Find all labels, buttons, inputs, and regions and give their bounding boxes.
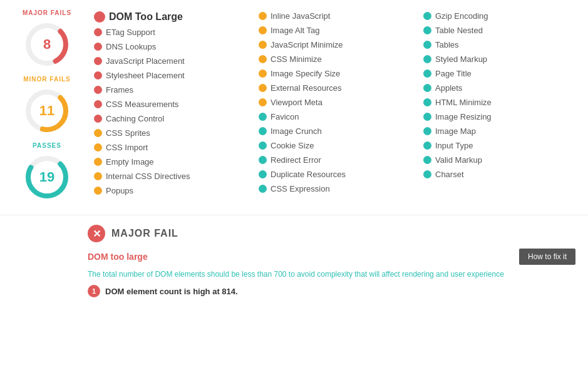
items-col-2: Inline JavaScriptImage Alt TagJavaScript…	[252, 9, 417, 202]
how-to-fix-button[interactable]: How to fix it	[519, 249, 575, 265]
list-item: Image Crunch	[259, 125, 411, 138]
fail-detail-number: 1	[88, 285, 100, 297]
red-dot	[94, 11, 105, 23]
red-dot	[94, 100, 102, 108]
teal-dot	[423, 98, 431, 106]
list-item: JavaScript Placement	[94, 54, 246, 68]
list-item: Styled Markup	[423, 53, 575, 66]
list-item: Page Title	[423, 67, 575, 80]
item-label: Tables	[435, 40, 459, 49]
list-item: Tables	[423, 38, 575, 51]
list-item: Redirect Error	[259, 153, 411, 167]
list-item: Applets	[423, 81, 575, 95]
item-label: Gzip Encoding	[435, 11, 488, 21]
orange-dot	[259, 26, 267, 34]
major-fail-title: MAJOR FAIL	[111, 228, 178, 239]
minor-fails-label: MINOR FAILS	[23, 76, 70, 83]
list-item: Favicon	[259, 110, 411, 123]
teal-dot	[423, 170, 431, 178]
list-item: Image Resizing	[423, 110, 575, 123]
items-col-3: Gzip EncodingTable NestedTablesStyled Ma…	[417, 9, 582, 202]
item-label: Redirect Error	[271, 155, 321, 165]
list-item: ETag Support	[94, 26, 246, 39]
teal-dot	[423, 84, 431, 92]
orange-dot	[259, 12, 267, 20]
list-item: Popups	[94, 184, 246, 197]
item-label: Duplicate Resources	[271, 170, 346, 179]
red-dot	[94, 43, 102, 51]
passes-number: 19	[39, 169, 54, 185]
red-dot	[94, 86, 102, 94]
list-item: Caching Control	[94, 112, 246, 125]
teal-dot	[423, 12, 431, 20]
teal-dot	[259, 113, 267, 121]
list-item: External Resources	[259, 81, 411, 95]
teal-dot	[423, 41, 431, 49]
list-item: Input Type	[423, 139, 575, 152]
item-label: JavaScript Placement	[106, 56, 185, 66]
red-dot	[94, 71, 102, 80]
orange-dot	[259, 41, 267, 49]
list-item: Cookie Size	[259, 139, 411, 152]
list-item: Valid Markup	[423, 153, 575, 167]
item-label: Image Specify Size	[271, 69, 340, 78]
orange-dot	[94, 143, 102, 152]
list-item: Image Specify Size	[259, 67, 411, 80]
item-label: DNS Lookups	[106, 42, 156, 51]
item-label: CSS Sprites	[106, 128, 150, 138]
teal-dot	[259, 127, 267, 135]
list-item: CSS Measurements	[94, 98, 246, 111]
list-item: Empty Image	[94, 155, 246, 168]
items-col-1: DOM Too LargeETag SupportDNS LookupsJava…	[88, 9, 252, 202]
major-fails-label: MAJOR FAILS	[23, 9, 71, 16]
list-item: DNS Lookups	[94, 40, 246, 53]
teal-dot	[423, 55, 431, 63]
item-label: Cookie Size	[271, 141, 314, 150]
orange-dot	[259, 98, 267, 106]
major-fail-header: ✕ MAJOR FAIL	[88, 225, 575, 242]
teal-dot	[423, 26, 431, 34]
item-label: Empty Image	[106, 157, 154, 167]
minor-fails-stat: MINOR FAILS 11	[22, 76, 72, 136]
fail-name: DOM too large	[88, 252, 148, 262]
orange-dot	[94, 187, 102, 195]
orange-dot	[94, 158, 102, 166]
items-grid: DOM Too LargeETag SupportDNS LookupsJava…	[88, 9, 582, 202]
list-item: CSS Sprites	[94, 126, 246, 140]
fail-row: DOM too large How to fix it	[88, 249, 575, 265]
teal-dot	[423, 141, 431, 150]
item-label: Popups	[106, 186, 133, 195]
item-label: Favicon	[271, 112, 299, 121]
fail-detail-text: DOM element count is high at 814.	[105, 287, 238, 296]
list-item: JavaScript Minimize	[259, 38, 411, 51]
item-label: Table Nested	[435, 26, 483, 35]
fail-description: The total number of DOM elements should …	[88, 270, 575, 279]
item-label: Inline JavaScript	[271, 11, 330, 21]
list-item: Frames	[94, 83, 246, 96]
red-dot	[94, 28, 102, 36]
teal-dot	[259, 185, 267, 193]
list-item: CSS Expression	[259, 182, 411, 195]
item-label: CSS Expression	[271, 184, 330, 193]
major-fail-icon: ✕	[88, 225, 105, 242]
teal-dot	[259, 170, 267, 178]
item-label: CSS Import	[106, 143, 148, 152]
main-container: MAJOR FAILS 8 MINOR FAILS 11 PAS	[0, 0, 588, 212]
list-item: Internal CSS Directives	[94, 170, 246, 183]
teal-dot	[423, 69, 431, 78]
list-item: Viewport Meta	[259, 96, 411, 109]
teal-dot	[259, 156, 267, 164]
list-item: Stylesheet Placement	[94, 69, 246, 82]
teal-dot	[423, 127, 431, 135]
item-label: Caching Control	[106, 114, 164, 123]
item-label: DOM Too Large	[109, 11, 183, 23]
list-item: Duplicate Resources	[259, 168, 411, 181]
list-item: Image Map	[423, 125, 575, 138]
passes-donut: 19	[22, 152, 72, 202]
passes-stat: PASSES 19	[22, 142, 72, 202]
list-item: HTML Minimize	[423, 96, 575, 109]
list-item: CSS Import	[94, 141, 246, 154]
major-fails-donut: 8	[22, 19, 72, 69]
item-label: HTML Minimize	[435, 98, 492, 107]
item-label: Styled Markup	[435, 54, 487, 64]
